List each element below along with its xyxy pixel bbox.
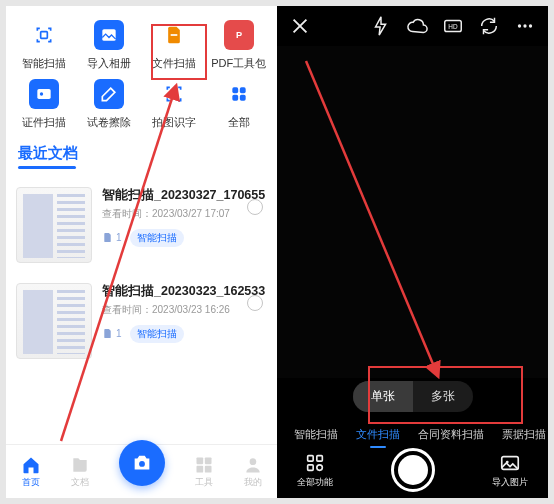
btn-label: 导入图片	[492, 476, 528, 489]
tab-file-scan[interactable]: 文件扫描	[356, 427, 400, 442]
svg-text:字: 字	[170, 89, 178, 99]
erase-icon	[94, 79, 124, 109]
all-functions-button[interactable]: 全部功能	[297, 452, 333, 489]
mode-single[interactable]: 单张	[353, 381, 413, 412]
flash-icon[interactable]	[370, 15, 392, 37]
tool-ocr[interactable]: 字 拍图识字	[142, 79, 207, 130]
left-screenshot: 智能扫描 导入相册 文件扫描 P PDF工具包	[6, 6, 277, 498]
pdf-icon: P	[224, 20, 254, 50]
tutorial-image: 智能扫描 导入相册 文件扫描 P PDF工具包	[0, 0, 554, 504]
page-count: 1	[102, 328, 122, 339]
camera-fab[interactable]	[119, 440, 165, 486]
tool-grid: 智能扫描 导入相册 文件扫描 P PDF工具包	[6, 6, 277, 138]
svg-point-19	[518, 24, 521, 27]
nav-label: 我的	[244, 476, 262, 489]
right-screenshot: HD 单张 多张 智能扫描 文件扫描 合同资料扫描 票据扫描 全部功能	[277, 6, 548, 498]
svg-rect-22	[308, 455, 314, 461]
tool-label: 智能扫描	[22, 56, 66, 71]
select-circle[interactable]	[247, 295, 263, 311]
import-image-button[interactable]: 导入图片	[492, 452, 528, 489]
svg-rect-7	[232, 87, 238, 93]
nav-files[interactable]: 文档	[70, 455, 90, 489]
svg-point-21	[529, 24, 532, 27]
tab-contract-scan[interactable]: 合同资料扫描	[418, 427, 484, 442]
svg-rect-13	[204, 457, 211, 464]
nav-mine[interactable]: 我的	[243, 455, 263, 489]
svg-rect-14	[196, 465, 203, 472]
doc-tag: 智能扫描	[130, 229, 184, 247]
doc-name: 智能扫描_20230323_162533	[102, 283, 267, 300]
nav-tools[interactable]: 工具	[194, 455, 214, 489]
nav-label: 工具	[195, 476, 213, 489]
close-icon[interactable]	[289, 15, 311, 37]
select-circle[interactable]	[247, 199, 263, 215]
camera-viewfinder	[277, 46, 548, 378]
doc-item[interactable]: 智能扫描_20230323_162533 查看时间：2023/03/23 16:…	[16, 273, 267, 369]
doc-list: 智能扫描_20230327_170655 查看时间：2023/03/27 17:…	[6, 171, 277, 369]
file-scan-icon	[159, 20, 189, 50]
svg-rect-4	[38, 89, 51, 99]
doc-thumbnail	[16, 187, 92, 263]
doc-name: 智能扫描_20230327_170655	[102, 187, 267, 204]
svg-point-16	[249, 458, 256, 465]
svg-point-5	[40, 92, 43, 95]
camera-topbar: HD	[277, 6, 548, 46]
nav-label: 首页	[22, 476, 40, 489]
doc-time: 查看时间：2023/03/23 16:26	[102, 303, 267, 317]
recent-docs-title: 最近文档	[6, 138, 277, 171]
doc-info: 智能扫描_20230323_162533 查看时间：2023/03/23 16:…	[102, 283, 267, 343]
doc-item[interactable]: 智能扫描_20230327_170655 查看时间：2023/03/27 17:…	[16, 177, 267, 273]
hd-icon[interactable]: HD	[442, 15, 464, 37]
refresh-icon[interactable]	[478, 15, 500, 37]
tool-import-album[interactable]: 导入相册	[77, 20, 142, 71]
tool-label: 拍图识字	[152, 115, 196, 130]
tool-label: 导入相册	[87, 56, 131, 71]
tool-file-scan[interactable]: 文件扫描	[142, 20, 207, 71]
scan-type-tabs: 智能扫描 文件扫描 合同资料扫描 票据扫描	[277, 427, 548, 442]
doc-tag: 智能扫描	[130, 325, 184, 343]
svg-point-11	[139, 460, 145, 466]
mode-multi[interactable]: 多张	[413, 381, 473, 412]
grid-icon	[224, 79, 254, 109]
svg-rect-24	[308, 464, 314, 470]
svg-rect-12	[196, 457, 203, 464]
svg-text:P: P	[236, 30, 242, 40]
idcard-icon	[29, 79, 59, 109]
tool-label: 全部	[228, 115, 250, 130]
svg-rect-0	[41, 32, 48, 39]
bottom-nav: 首页 文档 工具 我的	[6, 444, 277, 498]
more-icon[interactable]	[514, 15, 536, 37]
tool-label: 文件扫描	[152, 56, 196, 71]
shutter-button[interactable]	[391, 448, 435, 492]
svg-point-20	[523, 24, 526, 27]
camera-bottombar: 全部功能 导入图片	[277, 442, 548, 498]
tool-all[interactable]: 全部	[206, 79, 271, 130]
tool-label: 试卷擦除	[87, 115, 131, 130]
tool-paper-erase[interactable]: 试卷擦除	[77, 79, 142, 130]
nav-home[interactable]: 首页	[21, 455, 41, 489]
cloud-icon[interactable]	[406, 15, 428, 37]
ocr-icon: 字	[159, 79, 189, 109]
tool-smart-scan[interactable]: 智能扫描	[12, 20, 77, 71]
page-mode-pill: 单张 多张	[277, 381, 548, 412]
svg-rect-9	[232, 95, 238, 101]
svg-point-25	[317, 464, 323, 470]
tab-smart-scan[interactable]: 智能扫描	[294, 427, 338, 442]
album-icon	[94, 20, 124, 50]
tool-label: 证件扫描	[22, 115, 66, 130]
doc-info: 智能扫描_20230327_170655 查看时间：2023/03/27 17:…	[102, 187, 267, 247]
doc-time: 查看时间：2023/03/27 17:07	[102, 207, 267, 221]
tool-pdf-kit[interactable]: P PDF工具包	[206, 20, 271, 71]
nav-label: 文档	[71, 476, 89, 489]
tool-id-scan[interactable]: 证件扫描	[12, 79, 77, 130]
svg-rect-8	[239, 87, 245, 93]
svg-rect-2	[171, 34, 178, 36]
doc-tags: 1 智能扫描	[102, 325, 267, 343]
btn-label: 全部功能	[297, 476, 333, 489]
svg-text:HD: HD	[448, 23, 458, 30]
doc-thumbnail	[16, 283, 92, 359]
svg-rect-10	[239, 95, 245, 101]
tab-ticket-scan[interactable]: 票据扫描	[502, 427, 546, 442]
page-count: 1	[102, 232, 122, 243]
scan-icon	[29, 20, 59, 50]
